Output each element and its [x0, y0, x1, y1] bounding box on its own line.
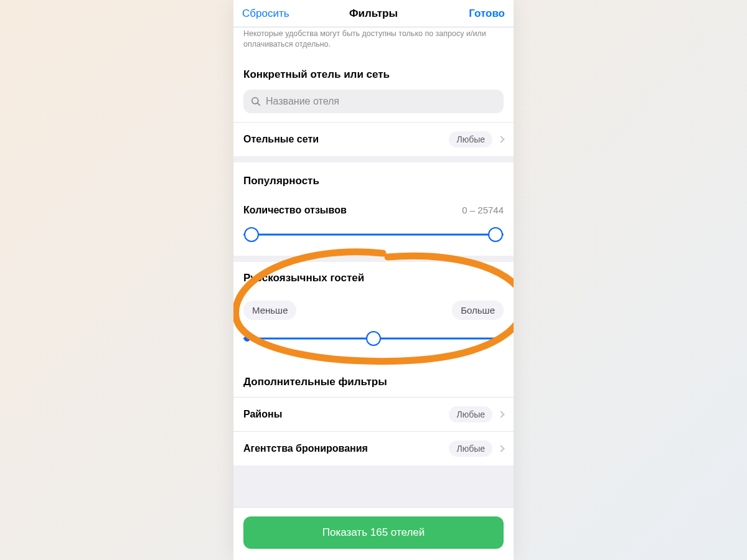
reviews-range-value: 0 – 25744	[462, 205, 504, 215]
hotel-chains-row[interactable]: Отельные сети Любые	[233, 122, 514, 156]
reviews-range-slider[interactable]	[243, 227, 504, 242]
filters-screen: Сбросить Фильтры Готово Некоторые удобст…	[233, 0, 514, 560]
chevron-right-icon	[497, 445, 504, 452]
amenities-disclaimer: Некоторые удобства могут быть доступны т…	[233, 27, 514, 56]
slider-endpoint-left	[244, 335, 250, 342]
search-placeholder: Название отеля	[266, 96, 339, 107]
less-chip[interactable]: Меньше	[243, 301, 296, 320]
slider-thumb-min[interactable]	[244, 227, 259, 242]
navbar: Сбросить Фильтры Готово	[233, 0, 514, 27]
chevron-right-icon	[497, 136, 504, 142]
section-hotel-title: Конкретный отель или сеть	[233, 56, 514, 90]
districts-value: Любые	[449, 406, 492, 422]
districts-row[interactable]: Районы Любые	[233, 397, 514, 431]
reset-button[interactable]: Сбросить	[242, 7, 289, 20]
agencies-value: Любые	[449, 441, 492, 457]
search-icon	[251, 96, 261, 106]
done-button[interactable]: Готово	[469, 7, 505, 20]
more-chip[interactable]: Больше	[452, 301, 504, 320]
cta-bar: Показать 165 отелей	[233, 507, 514, 560]
slider-thumb-max[interactable]	[488, 227, 503, 242]
hotel-name-search[interactable]: Название отеля	[243, 90, 504, 113]
svg-line-1	[258, 103, 260, 105]
hotel-search-wrap: Название отеля	[233, 90, 514, 122]
content-scroll[interactable]: Некоторые удобства могут быть доступны т…	[233, 27, 514, 560]
show-results-button[interactable]: Показать 165 отелей	[243, 516, 504, 549]
agencies-row[interactable]: Агентства бронирования Любые	[233, 431, 514, 465]
section-extra-title: Дополнительные фильтры	[233, 362, 514, 397]
section-popularity-title: Популярность	[233, 162, 514, 196]
slider-endpoint-right	[497, 335, 503, 342]
russian-guests-slider[interactable]	[243, 331, 504, 346]
districts-label: Районы	[243, 409, 282, 420]
hotel-chains-value: Любые	[449, 131, 492, 147]
chevron-right-icon	[497, 411, 504, 418]
reviews-count-label: Количество отзывов	[243, 205, 347, 216]
agencies-label: Агентства бронирования	[243, 443, 368, 454]
reviews-slider-block: Количество отзывов 0 – 25744	[233, 196, 514, 256]
section-russian-guests-title: Русскоязычных гостей	[233, 262, 514, 293]
russian-guests-block: Русскоязычных гостей Меньше Больше	[233, 262, 514, 362]
hotel-chains-label: Отельные сети	[243, 134, 319, 145]
slider-thumb-center[interactable]	[366, 331, 381, 346]
